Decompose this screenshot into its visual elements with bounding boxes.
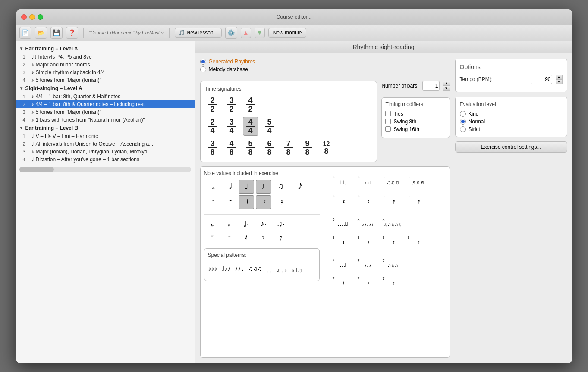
melody-database-radio[interactable]: Melody database (200, 66, 450, 72)
list-item[interactable]: 1 ♩♩ Intervls P4, P5 and 8ve (16, 53, 195, 61)
time-sig-3-4[interactable]: 34 (224, 117, 239, 136)
swing8-checkbox-row[interactable]: Swing 8th (385, 119, 446, 125)
dotted-8th[interactable]: ♪· (256, 217, 271, 231)
save-file-button[interactable]: 💾 (50, 27, 63, 39)
maximize-button[interactable] (38, 14, 43, 20)
nav-down-button[interactable]: ▼ (255, 28, 265, 38)
list-item[interactable]: 1 ♩ V – I & V – I mi – Harmonic (16, 132, 195, 140)
ties-checkbox[interactable] (385, 111, 391, 116)
time-sig-7-8[interactable]: 78 (281, 138, 296, 157)
new-lesson-button[interactable]: 🎵 New lesson... (175, 28, 222, 38)
sept-1[interactable]: 7 ♩♩♩ (332, 255, 354, 272)
dotted-rest-3[interactable]: 𝄽· (239, 231, 254, 245)
rest-half[interactable]: 𝄼 (221, 195, 237, 209)
rest-16th[interactable]: 𝄿 (273, 195, 289, 209)
eval-kind-radio[interactable]: Kind (460, 111, 563, 117)
time-sig-2-4[interactable]: 24 (205, 117, 220, 136)
list-item[interactable]: 3 ♪ 5 tones from "Major (Ionian)" (16, 108, 195, 116)
note-quarter[interactable]: ♩ (239, 180, 254, 194)
triplet-rest-2[interactable]: 3 𝄾𝄾𝄾 (357, 193, 379, 206)
list-item-selected[interactable]: 2 ♪ 4/4 – 1 bar: 8th & Quarter notes – i… (16, 100, 195, 108)
sidebar-scrollbar[interactable] (19, 167, 191, 172)
dotted-8th-beam[interactable]: ♫· (273, 217, 289, 231)
pattern-4[interactable]: ♫♫♫ (248, 262, 263, 275)
exercise-control-settings-button[interactable]: Exercise control settings... (455, 141, 567, 153)
swing8-checkbox[interactable] (385, 119, 391, 124)
list-item[interactable]: 3 ♪ Simple rhythm clapback in 4/4 (16, 69, 195, 76)
open-file-button[interactable]: 📂 (35, 27, 47, 39)
dotted-rest-4[interactable]: 𝄾· (256, 231, 271, 245)
time-sig-4-8[interactable]: 48 (224, 138, 239, 157)
list-item[interactable]: 4 ♩ Dictation – After you've gone – 1 ba… (16, 156, 195, 163)
lesson-settings-button[interactable]: ⚙️ (225, 27, 237, 39)
quint-rest-3[interactable]: 5 𝄿𝄿 (382, 234, 404, 247)
triplet-2[interactable]: 3 ♪♪♪ (357, 172, 379, 189)
quint-1[interactable]: 5 ♩♩♩♩♩ (332, 214, 354, 231)
num-bars-input[interactable] (422, 81, 440, 91)
generated-rhythms-radio[interactable]: Generated Rhythms (200, 59, 450, 65)
sept-3[interactable]: 7 ♫♫♫ (382, 255, 404, 272)
section-sight-singing-a[interactable]: ▼ Sight-singing – Level A (16, 84, 195, 93)
dotted-rest-1[interactable]: 𝄻· (204, 231, 220, 245)
list-item[interactable]: 2 ♩ All intervals from Unison to Octave … (16, 140, 195, 148)
triplet-1[interactable]: 3 ♩♩♩ (332, 172, 354, 189)
num-bars-down[interactable]: ▼ (443, 86, 450, 91)
list-item[interactable]: 3 ♪ Major (Ionian), Dorian, Phrygian, Ly… (16, 148, 195, 156)
triplet-4[interactable]: 3 ♬♬♬ (407, 172, 429, 189)
close-button[interactable] (21, 14, 27, 20)
time-sig-12-8[interactable]: 128 (319, 138, 334, 157)
tempo-up[interactable]: ▲ (556, 75, 563, 79)
dotted-quarter[interactable]: ♩· (239, 217, 254, 231)
pattern-1[interactable]: ♪♪♪ (208, 262, 218, 275)
time-sig-3-8[interactable]: 38 (205, 138, 220, 157)
list-item[interactable]: 2 ♪ Major and minor chords (16, 61, 195, 69)
section-ear-training-b[interactable]: ▼ Ear training – Level B (16, 124, 195, 132)
note-8th-beam[interactable]: ♫ (273, 180, 289, 194)
sidebar-scrollbar-thumb[interactable] (19, 167, 54, 172)
minimize-button[interactable] (29, 14, 35, 20)
rest-whole[interactable]: 𝄻 (204, 195, 220, 209)
note-whole[interactable]: 𝅝 (204, 180, 220, 194)
tempo-input[interactable] (531, 75, 552, 84)
time-sig-5-4[interactable]: 54 (262, 117, 277, 136)
eval-strict-radio[interactable]: Strict (460, 126, 563, 132)
swing16-checkbox-row[interactable]: Swing 16th (385, 126, 446, 132)
pattern-7[interactable]: ♪♩♫ (291, 263, 303, 277)
time-sig-3-2[interactable]: 32 (224, 95, 239, 114)
rest-8th[interactable]: 𝄾 (256, 195, 271, 209)
triplet-rest-3[interactable]: 3 𝄿𝄿𝄿 (382, 193, 404, 206)
new-module-button[interactable]: New module (268, 28, 307, 38)
list-item[interactable]: 4 ♪ 1 bars with tones from "Natural mino… (16, 116, 195, 124)
sept-rest-3[interactable]: 7 𝄿 (382, 275, 404, 288)
help-button[interactable]: ❓ (66, 27, 78, 39)
pattern-2[interactable]: ♩♪♪ (221, 262, 231, 275)
sept-2[interactable]: 7 ♪♪♪ (357, 255, 379, 272)
sept-rest-1[interactable]: 7 𝄽𝄽 (332, 275, 354, 288)
triplet-rest-4[interactable]: 3 𝄿𝄿 (407, 193, 429, 206)
new-file-button[interactable]: 📄 (19, 27, 31, 39)
time-sig-9-8[interactable]: 98 (300, 138, 315, 157)
quint-rest-2[interactable]: 5 𝄾𝄾𝄾 (357, 234, 379, 247)
nav-up-button[interactable]: ▲ (241, 28, 251, 38)
dotted-half[interactable]: 𝅗𝅥· (221, 217, 237, 231)
time-sig-2-2[interactable]: 22 (205, 95, 220, 114)
swing16-checkbox[interactable] (385, 126, 391, 132)
list-item[interactable]: 1 ♪ 4/4 – 1 bar: 8th, Quarter & Half not… (16, 93, 195, 100)
list-item[interactable]: 4 ♪ 5 tones from "Major (Ionian)" (16, 76, 195, 84)
triplet-3[interactable]: 3 ♫♫♫ (382, 172, 404, 189)
dotted-rest-2[interactable]: 𝄼· (221, 231, 237, 245)
time-sig-6-8[interactable]: 68 (262, 138, 277, 157)
quint-3[interactable]: 5 ♫♫♫♫♫ (382, 214, 404, 231)
note-half[interactable]: 𝅗𝅥 (221, 180, 237, 194)
quint-rest-1[interactable]: 5 𝄽𝄽𝄽 (332, 234, 354, 247)
rest-quarter[interactable]: 𝄽 (239, 195, 254, 209)
pattern-3[interactable]: ♪♪♩ (235, 262, 245, 275)
num-bars-up[interactable]: ▲ (443, 81, 450, 86)
ties-checkbox-row[interactable]: Ties (385, 111, 446, 117)
quint-rest-4[interactable]: 5 𝄿 (407, 234, 429, 247)
dotted-whole[interactable]: 𝅝· (204, 217, 220, 231)
dotted-rest-5[interactable]: 𝄿· (273, 231, 289, 245)
note-16th[interactable]: 𝅘𝅥𝅯 (290, 180, 306, 194)
note-8th[interactable]: ♪ (256, 180, 271, 194)
tempo-down[interactable]: ▼ (556, 79, 563, 84)
